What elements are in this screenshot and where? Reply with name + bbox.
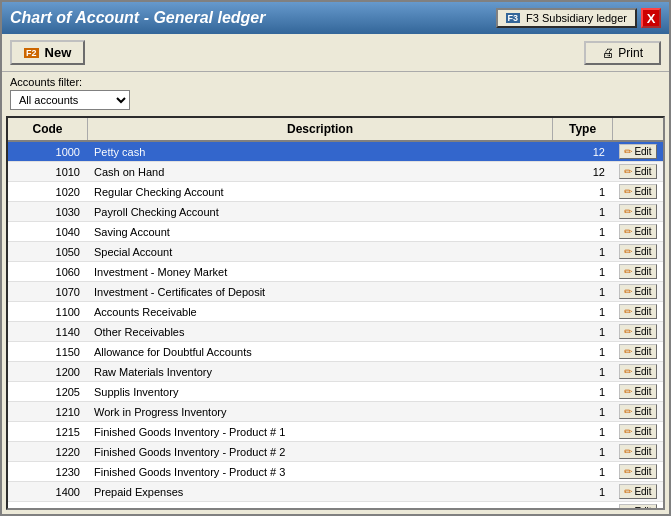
edit-icon: ✏ — [624, 506, 632, 508]
edit-label: Edit — [634, 406, 651, 417]
edit-button[interactable]: ✏Edit — [619, 244, 656, 259]
edit-icon: ✏ — [624, 386, 632, 397]
table-row[interactable]: 1100Accounts Receivable1✏Edit — [8, 302, 663, 322]
table-header: Code Description Type — [8, 118, 663, 142]
cell-type: 1 — [553, 442, 613, 461]
edit-icon: ✏ — [624, 286, 632, 297]
edit-button[interactable]: ✏Edit — [619, 144, 656, 159]
cell-description: Work in Progress Inventory — [88, 402, 553, 421]
cell-description: Accounts Receivable — [88, 302, 553, 321]
table-row[interactable]: 1140Other Receivables1✏Edit — [8, 322, 663, 342]
edit-button[interactable]: ✏Edit — [619, 364, 656, 379]
cell-type: 1 — [553, 342, 613, 361]
cell-code: 1205 — [8, 382, 88, 401]
filter-select-wrap: All accountsAssetsLiabilitiesEquityReven… — [10, 90, 661, 110]
table-row[interactable]: 1210Work in Progress Inventory1✏Edit — [8, 402, 663, 422]
edit-button[interactable]: ✏Edit — [619, 464, 656, 479]
table-row[interactable]: 1400Prepaid Expenses1✏Edit — [8, 482, 663, 502]
cell-edit: ✏Edit — [613, 262, 663, 281]
edit-button[interactable]: ✏Edit — [619, 324, 656, 339]
edit-icon: ✏ — [624, 486, 632, 497]
accounts-table: Code Description Type 1000Petty cash12✏E… — [6, 116, 665, 510]
edit-label: Edit — [634, 226, 651, 237]
edit-button[interactable]: ✏Edit — [619, 284, 656, 299]
edit-label: Edit — [634, 306, 651, 317]
table-row[interactable]: 1050Special Account1✏Edit — [8, 242, 663, 262]
table-row[interactable]: 1000Petty cash12✏Edit — [8, 142, 663, 162]
close-button[interactable]: X — [641, 8, 661, 28]
table-row[interactable]: 1215Finished Goods Inventory - Product #… — [8, 422, 663, 442]
edit-button[interactable]: ✏Edit — [619, 444, 656, 459]
edit-icon: ✏ — [624, 246, 632, 257]
table-row[interactable]: 1205Supplis Inventory1✏Edit — [8, 382, 663, 402]
cell-code: 1030 — [8, 202, 88, 221]
edit-button[interactable]: ✏Edit — [619, 304, 656, 319]
edit-button[interactable]: ✏Edit — [619, 264, 656, 279]
edit-button[interactable]: ✏Edit — [619, 344, 656, 359]
table-body[interactable]: 1000Petty cash12✏Edit1010Cash on Hand12✏… — [8, 142, 663, 508]
cell-type: 1 — [553, 382, 613, 401]
edit-icon: ✏ — [624, 426, 632, 437]
table-row[interactable]: 1220Finished Goods Inventory - Product #… — [8, 442, 663, 462]
cell-type: 12 — [553, 142, 613, 161]
cell-type: 1 — [553, 422, 613, 441]
print-button[interactable]: Print — [584, 41, 661, 65]
table-row[interactable]: 1150Allowance for Doubtful Accounts1✏Edi… — [8, 342, 663, 362]
cell-description: Saving Account — [88, 222, 553, 241]
edit-button[interactable]: ✏Edit — [619, 404, 656, 419]
cell-code: 1200 — [8, 362, 88, 381]
edit-button[interactable]: ✏Edit — [619, 204, 656, 219]
edit-button[interactable]: ✏Edit — [619, 384, 656, 399]
filter-label: Accounts filter: — [10, 76, 661, 88]
cell-edit: ✏Edit — [613, 362, 663, 381]
edit-button[interactable]: ✏Edit — [619, 184, 656, 199]
subsidiary-btn-label: F3 Subsidiary ledger — [526, 12, 627, 24]
table-row[interactable]: 1010Cash on Hand12✏Edit — [8, 162, 663, 182]
edit-button[interactable]: ✏Edit — [619, 164, 656, 179]
cell-edit: ✏Edit — [613, 322, 663, 341]
cell-description: Petty cash — [88, 142, 553, 161]
cell-code: 1150 — [8, 342, 88, 361]
cell-type: 1 — [553, 182, 613, 201]
cell-description: Investment - Money Market — [88, 262, 553, 281]
cell-description: Cash on Hand — [88, 162, 553, 181]
cell-code: 1210 — [8, 402, 88, 421]
table-row[interactable]: 1060Investment - Money Market1✏Edit — [8, 262, 663, 282]
table-row[interactable]: 1040Saving Account1✏Edit — [8, 222, 663, 242]
table-row[interactable]: 1410Employee Advances1✏Edit — [8, 502, 663, 508]
cell-edit: ✏Edit — [613, 402, 663, 421]
edit-button[interactable]: ✏Edit — [619, 224, 656, 239]
cell-code: 1215 — [8, 422, 88, 441]
table-row[interactable]: 1030Payroll Checking Account1✏Edit — [8, 202, 663, 222]
subsidiary-ledger-button[interactable]: F3 F3 Subsidiary ledger — [496, 8, 637, 28]
new-button[interactable]: F2 New — [10, 40, 85, 65]
cell-type: 1 — [553, 242, 613, 261]
edit-button[interactable]: ✏Edit — [619, 484, 656, 499]
table-row[interactable]: 1070Investment - Certificates of Deposit… — [8, 282, 663, 302]
cell-description: Raw Materials Inventory — [88, 362, 553, 381]
cell-type: 1 — [553, 202, 613, 221]
main-window: Chart of Account - General ledger F3 F3 … — [0, 0, 671, 516]
edit-label: Edit — [634, 486, 651, 497]
cell-edit: ✏Edit — [613, 222, 663, 241]
table-row[interactable]: 1020Regular Checking Account1✏Edit — [8, 182, 663, 202]
cell-type: 1 — [553, 502, 613, 508]
cell-edit: ✏Edit — [613, 502, 663, 508]
f3-badge: F3 — [506, 13, 521, 23]
accounts-filter-select[interactable]: All accountsAssetsLiabilitiesEquityReven… — [10, 90, 130, 110]
cell-description: Supplis Inventory — [88, 382, 553, 401]
edit-label: Edit — [634, 446, 651, 457]
edit-icon: ✏ — [624, 406, 632, 417]
cell-edit: ✏Edit — [613, 182, 663, 201]
cell-description: Finished Goods Inventory - Product # 3 — [88, 462, 553, 481]
printer-icon — [602, 46, 614, 60]
table-row[interactable]: 1230Finished Goods Inventory - Product #… — [8, 462, 663, 482]
edit-button[interactable]: ✏Edit — [619, 504, 656, 508]
cell-edit: ✏Edit — [613, 342, 663, 361]
edit-button[interactable]: ✏Edit — [619, 424, 656, 439]
edit-label: Edit — [634, 426, 651, 437]
cell-edit: ✏Edit — [613, 282, 663, 301]
cell-edit: ✏Edit — [613, 162, 663, 181]
edit-icon: ✏ — [624, 266, 632, 277]
table-row[interactable]: 1200Raw Materials Inventory1✏Edit — [8, 362, 663, 382]
